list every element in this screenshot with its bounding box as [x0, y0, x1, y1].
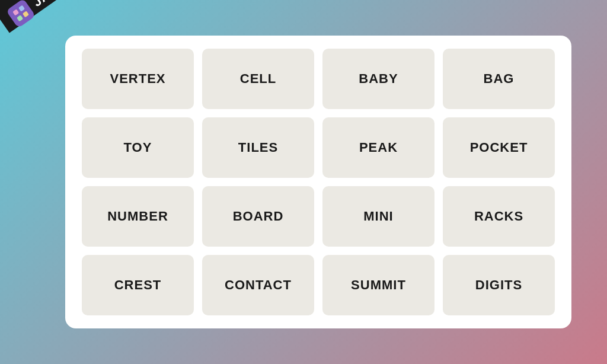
grid-row-3: NUMBER BOARD MINI RACKS: [82, 186, 555, 247]
tile-summit[interactable]: SUMMIT: [322, 255, 435, 315]
tile-tiles[interactable]: TILES: [202, 117, 314, 178]
tile-bag[interactable]: BAG: [443, 49, 555, 109]
tile-board[interactable]: BOARD: [202, 186, 314, 247]
word-grid-card: VERTEX CELL BABY BAG TOY TILES PEAK POCK…: [65, 36, 571, 328]
banner-content: JANUARY 28: [6, 0, 111, 28]
tile-crest[interactable]: CREST: [82, 255, 194, 315]
tile-digits[interactable]: DIGITS: [443, 255, 555, 315]
banner-date-label: JANUARY 28: [30, 0, 110, 10]
tile-toy[interactable]: TOY: [82, 117, 194, 178]
grid-row-1: VERTEX CELL BABY BAG: [82, 49, 555, 109]
tile-mini[interactable]: MINI: [322, 186, 435, 247]
tile-baby[interactable]: BABY: [322, 49, 435, 109]
svg-rect-0: [12, 9, 19, 15]
grid-row-2: TOY TILES PEAK POCKET: [82, 117, 555, 178]
svg-rect-1: [18, 5, 25, 11]
tile-cell[interactable]: CELL: [202, 49, 314, 109]
tile-number[interactable]: NUMBER: [82, 186, 194, 247]
svg-rect-2: [17, 15, 23, 21]
svg-rect-3: [23, 11, 29, 17]
tile-vertex[interactable]: VERTEX: [82, 49, 194, 109]
tile-peak[interactable]: PEAK: [322, 117, 435, 178]
tile-contact[interactable]: CONTACT: [202, 255, 314, 315]
grid-row-4: CREST CONTACT SUMMIT DIGITS: [82, 255, 555, 315]
tile-pocket[interactable]: POCKET: [443, 117, 555, 178]
tile-racks[interactable]: RACKS: [443, 186, 555, 247]
